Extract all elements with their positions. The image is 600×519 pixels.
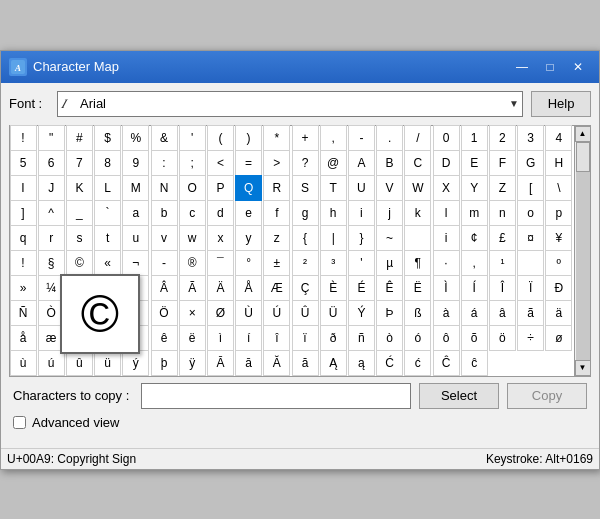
char-cell[interactable]: É xyxy=(348,275,375,301)
scroll-track[interactable] xyxy=(576,142,590,360)
char-cell[interactable]: » xyxy=(10,275,37,301)
char-cell[interactable]: § xyxy=(38,250,65,276)
char-cell[interactable]: o xyxy=(517,200,544,226)
char-cell[interactable]: j xyxy=(376,200,403,226)
char-cell[interactable]: , xyxy=(461,250,488,276)
char-cell[interactable]: ð xyxy=(320,325,347,351)
char-cell[interactable] xyxy=(517,250,544,276)
char-cell[interactable]: ; xyxy=(179,150,206,176)
char-cell[interactable]: õ xyxy=(461,325,488,351)
char-cell[interactable]: ĉ xyxy=(461,350,488,376)
char-cell[interactable]: ® xyxy=(179,250,206,276)
char-cell[interactable]: 4 xyxy=(545,125,572,151)
char-cell[interactable]: 5 xyxy=(10,150,37,176)
char-cell[interactable]: Í xyxy=(461,275,488,301)
char-cell[interactable]: ¢ xyxy=(461,225,488,251)
char-cell[interactable]: P xyxy=(207,175,234,201)
char-cell[interactable]: m xyxy=(461,200,488,226)
char-cell[interactable]: { xyxy=(292,225,319,251)
char-cell[interactable]: ² xyxy=(292,250,319,276)
char-cell[interactable]: } xyxy=(348,225,375,251)
char-cell[interactable]: ? xyxy=(292,150,319,176)
char-cell[interactable]: ÷ xyxy=(517,325,544,351)
char-cell[interactable]: ą xyxy=(348,350,375,376)
char-cell[interactable]: Ą xyxy=(320,350,347,376)
char-cell[interactable]: F xyxy=(489,150,516,176)
char-cell[interactable]: ì xyxy=(207,325,234,351)
char-cell[interactable]: ø xyxy=(545,325,572,351)
char-cell[interactable]: Ð xyxy=(545,275,572,301)
char-cell[interactable]: ¹ xyxy=(489,250,516,276)
char-cell[interactable]: d xyxy=(207,200,234,226)
char-cell[interactable]: ~ xyxy=(376,225,403,251)
char-cell[interactable]: ¶ xyxy=(404,250,431,276)
char-cell[interactable]: ã xyxy=(517,300,544,326)
char-cell[interactable]: ß xyxy=(404,300,431,326)
char-cell[interactable]: Ã xyxy=(179,275,206,301)
char-cell[interactable]: z xyxy=(263,225,290,251)
char-cell[interactable]: á xyxy=(461,300,488,326)
char-cell[interactable]: ö xyxy=(489,325,516,351)
char-cell[interactable]: " xyxy=(38,125,65,151)
char-cell[interactable]: a xyxy=(122,200,149,226)
char-cell[interactable]: # xyxy=(66,125,93,151)
char-cell[interactable]: â xyxy=(489,300,516,326)
char-cell[interactable]: Ö xyxy=(151,300,178,326)
char-cell[interactable]: - xyxy=(151,250,178,276)
char-cell[interactable]: Ć xyxy=(376,350,403,376)
char-cell[interactable]: Å xyxy=(235,275,262,301)
char-cell[interactable]: G xyxy=(517,150,544,176)
char-cell[interactable]: ¤ xyxy=(517,225,544,251)
char-cell[interactable]: ù xyxy=(10,350,37,376)
char-cell[interactable]: ' xyxy=(179,125,206,151)
char-cell[interactable]: £ xyxy=(489,225,516,251)
char-cell[interactable]: l xyxy=(433,200,460,226)
char-cell[interactable]: L xyxy=(94,175,121,201)
char-cell[interactable]: ò xyxy=(376,325,403,351)
char-cell[interactable]: ā xyxy=(235,350,262,376)
char-cell[interactable]: ! xyxy=(10,250,37,276)
char-cell[interactable]: ¥ xyxy=(545,225,572,251)
char-cell[interactable]: @ xyxy=(320,150,347,176)
char-cell[interactable]: ^ xyxy=(38,200,65,226)
char-cell[interactable]: 9 xyxy=(122,150,149,176)
char-cell[interactable]: î xyxy=(263,325,290,351)
char-cell[interactable]: Ý xyxy=(348,300,375,326)
char-cell[interactable]: B xyxy=(376,150,403,176)
char-cell[interactable]: > xyxy=(263,150,290,176)
select-button[interactable]: Select xyxy=(419,383,499,409)
char-cell[interactable]: O xyxy=(179,175,206,201)
char-cell[interactable]: ! xyxy=(10,125,37,151)
char-cell[interactable]: & xyxy=(151,125,178,151)
advanced-view-checkbox[interactable] xyxy=(13,416,26,429)
copy-button[interactable]: Copy xyxy=(507,383,587,409)
char-cell[interactable]: Ñ xyxy=(10,300,37,326)
char-cell[interactable]: å xyxy=(10,325,37,351)
char-cell[interactable]: V xyxy=(376,175,403,201)
char-cell[interactable]: Ï xyxy=(517,275,544,301)
char-cell[interactable]: J xyxy=(38,175,65,201)
char-cell[interactable]: Y xyxy=(461,175,488,201)
char-cell[interactable]: r xyxy=(38,225,65,251)
char-cell[interactable]: q xyxy=(10,225,37,251)
char-cell[interactable]: g xyxy=(292,200,319,226)
char-cell[interactable]: M xyxy=(122,175,149,201)
char-cell[interactable]: h xyxy=(320,200,347,226)
char-cell[interactable]: U xyxy=(348,175,375,201)
char-cell[interactable]: Ü xyxy=(320,300,347,326)
char-cell[interactable]: e xyxy=(235,200,262,226)
char-cell[interactable]: × xyxy=(179,300,206,326)
char-cell[interactable]: < xyxy=(207,150,234,176)
char-cell[interactable]: Ă xyxy=(263,350,290,376)
char-cell[interactable]: Ú xyxy=(263,300,290,326)
char-cell[interactable]: y xyxy=(235,225,262,251)
char-cell[interactable]: T xyxy=(320,175,347,201)
char-cell[interactable]: D xyxy=(433,150,460,176)
close-button[interactable]: ✕ xyxy=(565,57,591,77)
char-cell[interactable]: û xyxy=(66,350,93,376)
char-cell[interactable]: H xyxy=(545,150,572,176)
char-cell[interactable]: 8 xyxy=(94,150,121,176)
char-cell[interactable]: 1 xyxy=(461,125,488,151)
char-cell[interactable]: · xyxy=(433,250,460,276)
char-cell[interactable]: ¯ xyxy=(207,250,234,276)
